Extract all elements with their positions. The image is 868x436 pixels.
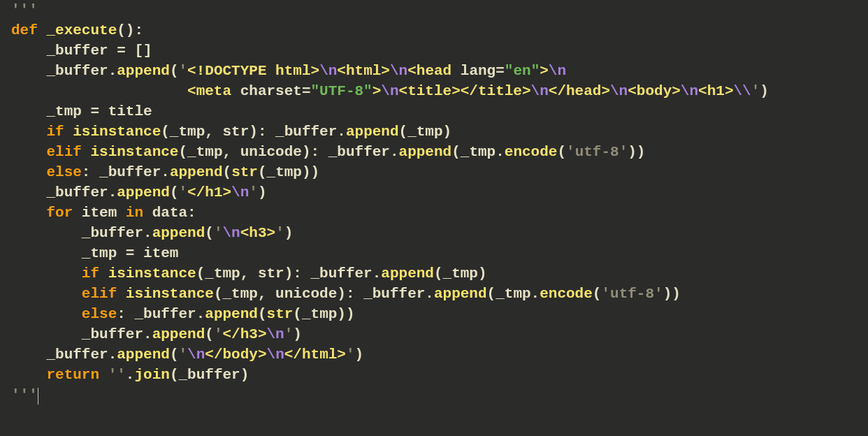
code-token: (_tmp, str): xyxy=(196,266,311,282)
code-token: \n xyxy=(610,83,628,99)
code-token: ' xyxy=(249,184,258,201)
code-token: ( xyxy=(593,286,602,302)
code-token: _tmp = item xyxy=(82,245,179,261)
code-token: append xyxy=(346,124,399,140)
code-token: _buffer. xyxy=(82,225,152,241)
code-token: <!DOCTYPE html> xyxy=(187,63,319,79)
code-token: elif xyxy=(82,286,126,302)
code-token: if xyxy=(82,266,108,282)
code-token: ' xyxy=(178,63,187,79)
code-token: isinstance xyxy=(73,124,161,140)
code-token: "UTF-8" xyxy=(311,83,372,99)
code-token: append xyxy=(152,326,205,342)
code-token: ( xyxy=(258,306,267,322)
code-token: ( xyxy=(170,184,179,201)
code-token: append xyxy=(117,63,170,79)
code-token: )) xyxy=(663,286,681,302)
code-line: _tmp = title xyxy=(11,103,152,119)
text-cursor xyxy=(38,388,38,405)
code-token: )) xyxy=(628,144,645,160)
code-token: item xyxy=(82,205,126,221)
code-line: else: _buffer.append(str(_tmp)) xyxy=(11,164,319,180)
code-token: isinstance xyxy=(108,266,196,282)
code-token: encode xyxy=(540,286,593,302)
code-token: (_tmp)) xyxy=(258,164,319,180)
code-token: (_tmp. xyxy=(487,286,540,302)
code-token: ' xyxy=(346,347,355,363)
code-line: return ''.join(_buffer) xyxy=(11,367,249,383)
code-token: return xyxy=(46,367,108,383)
code-token: append xyxy=(381,266,434,282)
code-token: "en" xyxy=(505,63,540,79)
code-token xyxy=(11,83,187,99)
code-token: str xyxy=(267,306,294,322)
code-token: append xyxy=(117,347,170,363)
code-token: <meta xyxy=(187,83,240,99)
code-token: ( xyxy=(205,225,214,241)
code-token: (_buffer) xyxy=(170,367,249,383)
code-token: append xyxy=(205,306,258,322)
code-token: ) xyxy=(355,347,364,363)
code-token: \n xyxy=(267,347,284,363)
code-token: \\ xyxy=(734,83,751,99)
code-line: else: _buffer.append(str(_tmp)) xyxy=(11,306,355,322)
code-token: \n xyxy=(223,225,240,241)
code-token: _buffer. xyxy=(99,164,170,180)
code-token: for xyxy=(46,205,81,221)
code-token: <head xyxy=(407,63,461,79)
code-token: </h1> xyxy=(187,184,231,201)
code-token: ) xyxy=(258,184,267,201)
code-token: append xyxy=(399,144,452,160)
code-token: ) xyxy=(284,225,294,241)
code-token: \n xyxy=(681,83,698,99)
code-token: </h3> xyxy=(223,326,267,342)
code-token: \n xyxy=(231,184,249,201)
code-token: ''' xyxy=(11,2,38,18)
code-token: _buffer. xyxy=(134,306,205,322)
code-line: _buffer = [] xyxy=(11,43,152,59)
code-token: def xyxy=(11,22,46,38)
code-token: (_tmp)) xyxy=(293,306,354,322)
code-token: charset= xyxy=(240,83,311,99)
code-line: def _execute(): xyxy=(11,22,143,38)
code-token: ' xyxy=(214,225,223,241)
code-token: _buffer. xyxy=(275,124,346,140)
code-token: \n xyxy=(390,63,407,79)
code-editor[interactable]: ''' def _execute(): _buffer = [] _buffer… xyxy=(0,0,868,405)
code-token: in xyxy=(126,205,152,221)
code-token: ) xyxy=(293,326,302,342)
code-token: ( xyxy=(205,326,214,342)
code-token: <html> xyxy=(337,63,390,79)
code-token: _buffer. xyxy=(311,266,382,282)
code-token: > xyxy=(372,83,382,99)
code-token: _buffer. xyxy=(363,286,434,302)
code-token: ''' xyxy=(11,387,38,403)
code-token: . xyxy=(126,367,135,383)
code-token: ( xyxy=(170,63,179,79)
code-token: _buffer. xyxy=(46,184,117,201)
code-token: '' xyxy=(108,367,126,383)
code-token: <h1> xyxy=(698,83,733,99)
code-token: if xyxy=(46,124,73,140)
code-token: _buffer. xyxy=(46,63,117,79)
code-line: _buffer.append('</h3>\n') xyxy=(11,326,302,342)
code-token: (_tmp. xyxy=(451,144,505,160)
code-line: elif isinstance(_tmp, unicode): _buffer.… xyxy=(11,286,681,302)
code-token: else xyxy=(82,306,117,322)
code-token: <h3> xyxy=(240,225,275,241)
code-token: isinstance xyxy=(126,286,214,302)
code-token: </body> xyxy=(205,347,266,363)
code-line: _tmp = item xyxy=(11,245,178,261)
code-token: ' xyxy=(751,83,760,99)
code-token: append xyxy=(434,286,487,302)
code-token: ( xyxy=(223,164,232,180)
code-line: if isinstance(_tmp, str): _buffer.append… xyxy=(11,266,487,282)
code-token: ) xyxy=(760,83,769,99)
code-line: for item in data: xyxy=(11,205,196,221)
code-token: (_tmp) xyxy=(434,266,487,282)
code-token: ' xyxy=(275,225,284,241)
code-token: lang= xyxy=(461,63,505,79)
code-token: \n xyxy=(381,83,398,99)
code-token: str xyxy=(231,164,258,180)
code-line: if isinstance(_tmp, str): _buffer.append… xyxy=(11,124,451,140)
